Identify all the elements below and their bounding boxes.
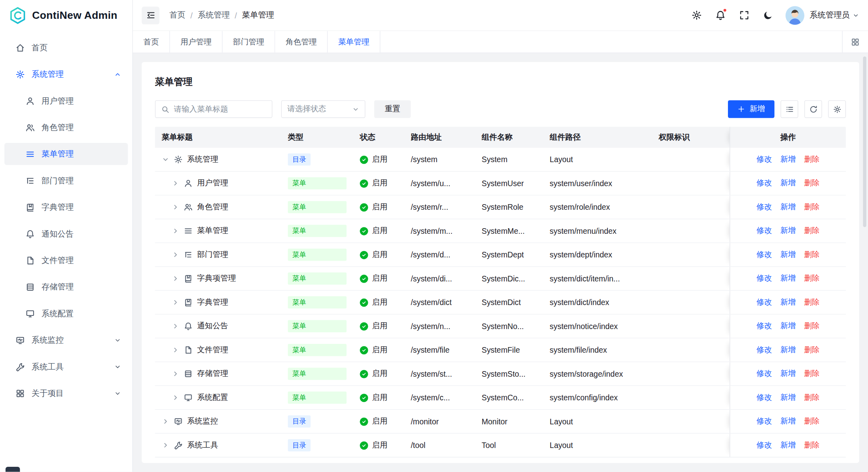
chevron-right-icon[interactable]	[172, 370, 179, 378]
chevron-down-icon	[114, 336, 121, 343]
add-link[interactable]: 新增	[780, 440, 796, 450]
add-button[interactable]: 新增	[728, 100, 774, 118]
sidebar-footer-button[interactable]	[6, 467, 20, 472]
add-link[interactable]: 新增	[780, 202, 796, 212]
reset-button[interactable]: 重置	[374, 100, 411, 118]
sidebar-item-role[interactable]: 角色管理	[4, 116, 128, 138]
search-input[interactable]	[174, 104, 266, 113]
tab-dept[interactable]: 部门管理	[223, 31, 275, 52]
chevron-down-icon[interactable]	[162, 156, 169, 163]
chevron-right-icon[interactable]	[172, 299, 179, 306]
edit-link[interactable]: 修改	[756, 345, 772, 355]
fullscreen-button[interactable]	[734, 5, 755, 26]
user-menu[interactable]: 系统管理员	[810, 10, 859, 20]
sidebar-item-dict[interactable]: 字典管理	[4, 196, 128, 218]
scrollbar[interactable]	[863, 56, 866, 227]
logo[interactable]: ContiNew Admin	[0, 0, 132, 31]
edit-link[interactable]: 修改	[756, 155, 772, 165]
chevron-right-icon[interactable]	[172, 203, 179, 211]
delete-link[interactable]: 删除	[804, 155, 820, 165]
sidebar-item-notice[interactable]: 通知公告	[4, 223, 128, 245]
chevron-right-icon[interactable]	[162, 441, 169, 449]
delete-link[interactable]: 删除	[804, 226, 820, 236]
chevron-right-icon[interactable]	[162, 418, 169, 425]
config-icon	[26, 309, 35, 318]
delete-link[interactable]: 删除	[804, 250, 820, 260]
gear-icon	[16, 70, 25, 79]
breadcrumb-item-system[interactable]: 系统管理	[198, 10, 230, 20]
sidebar-item-dept[interactable]: 部门管理	[4, 169, 128, 191]
breadcrumb-item-home[interactable]: 首页	[169, 10, 185, 20]
sidebar-item-tool[interactable]: 系统工具	[4, 356, 128, 378]
refresh-button[interactable]	[804, 100, 822, 118]
add-link[interactable]: 新增	[780, 416, 796, 426]
edit-link[interactable]: 修改	[756, 178, 772, 188]
add-link[interactable]: 新增	[780, 297, 796, 307]
edit-link[interactable]: 修改	[756, 369, 772, 379]
sidebar-item-config[interactable]: 系统配置	[4, 302, 128, 324]
add-link[interactable]: 新增	[780, 321, 796, 331]
chevron-right-icon[interactable]	[172, 346, 179, 354]
delete-link[interactable]: 删除	[804, 369, 820, 379]
tab-label: 菜单管理	[338, 37, 369, 47]
sidebar-item-system[interactable]: 系统管理	[4, 63, 128, 85]
column-list-button[interactable]	[780, 100, 798, 118]
delete-link[interactable]: 删除	[804, 297, 820, 307]
avatar[interactable]	[785, 6, 804, 25]
add-link[interactable]: 新增	[780, 155, 796, 165]
chevron-right-icon[interactable]	[172, 227, 179, 235]
delete-link[interactable]: 删除	[804, 321, 820, 331]
delete-link[interactable]: 删除	[804, 178, 820, 188]
tab-role[interactable]: 角色管理	[275, 31, 327, 52]
sidebar-item-menu[interactable]: 菜单管理	[4, 143, 128, 165]
edit-link[interactable]: 修改	[756, 440, 772, 450]
chevron-right-icon[interactable]	[172, 322, 179, 330]
edit-link[interactable]: 修改	[756, 250, 772, 260]
add-link[interactable]: 新增	[780, 369, 796, 379]
sidebar-collapse-button[interactable]	[142, 6, 159, 24]
dark-mode-button[interactable]	[758, 5, 779, 26]
chevron-right-icon[interactable]	[172, 394, 179, 402]
edit-link[interactable]: 修改	[756, 297, 772, 307]
notifications-button[interactable]	[710, 5, 731, 26]
tab-user[interactable]: 用户管理	[170, 31, 223, 52]
edit-link[interactable]: 修改	[756, 393, 772, 403]
sidebar-item-file[interactable]: 文件管理	[4, 249, 128, 271]
edit-link[interactable]: 修改	[756, 273, 772, 283]
delete-link[interactable]: 删除	[804, 393, 820, 403]
app-logo-icon	[9, 7, 26, 24]
delete-link[interactable]: 删除	[804, 202, 820, 212]
edit-link[interactable]: 修改	[756, 321, 772, 331]
delete-link[interactable]: 删除	[804, 440, 820, 450]
type-badge: 菜单	[288, 225, 347, 237]
tab-menu[interactable]: 菜单管理	[328, 31, 380, 52]
table-settings-button[interactable]	[828, 100, 846, 118]
add-link[interactable]: 新增	[780, 345, 796, 355]
type-badge: 菜单	[288, 249, 347, 261]
add-link[interactable]: 新增	[780, 250, 796, 260]
edit-link[interactable]: 修改	[756, 416, 772, 426]
sidebar-item-home[interactable]: 首页	[4, 36, 128, 58]
edit-link[interactable]: 修改	[756, 202, 772, 212]
chevron-right-icon[interactable]	[172, 275, 179, 282]
sidebar-item-storage[interactable]: 存储管理	[4, 276, 128, 298]
settings-button[interactable]	[686, 5, 708, 26]
status-select[interactable]: 请选择状态	[281, 100, 365, 118]
sidebar-item-about[interactable]: 关于项目	[4, 382, 128, 404]
delete-link[interactable]: 删除	[804, 273, 820, 283]
sidebar-item-monitor[interactable]: 系统监控	[4, 329, 128, 351]
delete-link[interactable]: 删除	[804, 345, 820, 355]
tab-home[interactable]: 首页	[133, 31, 170, 52]
add-link[interactable]: 新增	[780, 393, 796, 403]
add-link[interactable]: 新增	[780, 226, 796, 236]
chevron-right-icon[interactable]	[172, 251, 179, 259]
delete-link[interactable]: 删除	[804, 416, 820, 426]
edit-link[interactable]: 修改	[756, 226, 772, 236]
tool-icon	[16, 362, 25, 372]
add-link[interactable]: 新增	[780, 178, 796, 188]
chevron-right-icon[interactable]	[172, 179, 179, 187]
add-link[interactable]: 新增	[780, 273, 796, 283]
menu-title-text: 部门管理	[197, 250, 228, 260]
tab-actions-button[interactable]	[842, 31, 868, 52]
sidebar-item-user[interactable]: 用户管理	[4, 90, 128, 112]
